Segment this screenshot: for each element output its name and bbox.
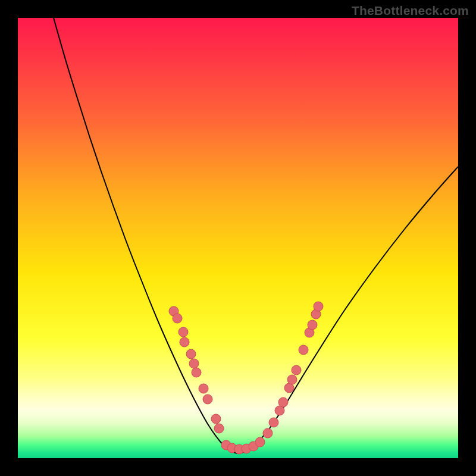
sample-dot bbox=[299, 345, 308, 355]
sample-dot bbox=[214, 424, 224, 433]
sample-dot bbox=[314, 302, 323, 311]
sample-dot bbox=[192, 368, 201, 377]
sample-dot bbox=[263, 428, 273, 438]
sample-dot bbox=[180, 337, 189, 347]
sample-dot bbox=[287, 375, 297, 384]
sample-dot bbox=[308, 320, 317, 330]
watermark-text: TheBottleneck.com bbox=[352, 4, 469, 18]
sample-dot bbox=[189, 359, 199, 368]
bottleneck-curve bbox=[54, 18, 458, 453]
sample-dot bbox=[203, 394, 212, 404]
sample-dots-group bbox=[169, 302, 323, 454]
sample-dot bbox=[269, 418, 278, 427]
sample-dot bbox=[255, 437, 265, 447]
sample-dot bbox=[278, 397, 288, 407]
sample-dot bbox=[178, 327, 188, 337]
bottleneck-chart bbox=[18, 18, 458, 458]
sample-dot bbox=[173, 314, 182, 323]
sample-dot bbox=[199, 384, 208, 393]
sample-dot bbox=[211, 414, 221, 424]
sample-dot bbox=[292, 365, 301, 375]
sample-dot bbox=[186, 349, 196, 359]
